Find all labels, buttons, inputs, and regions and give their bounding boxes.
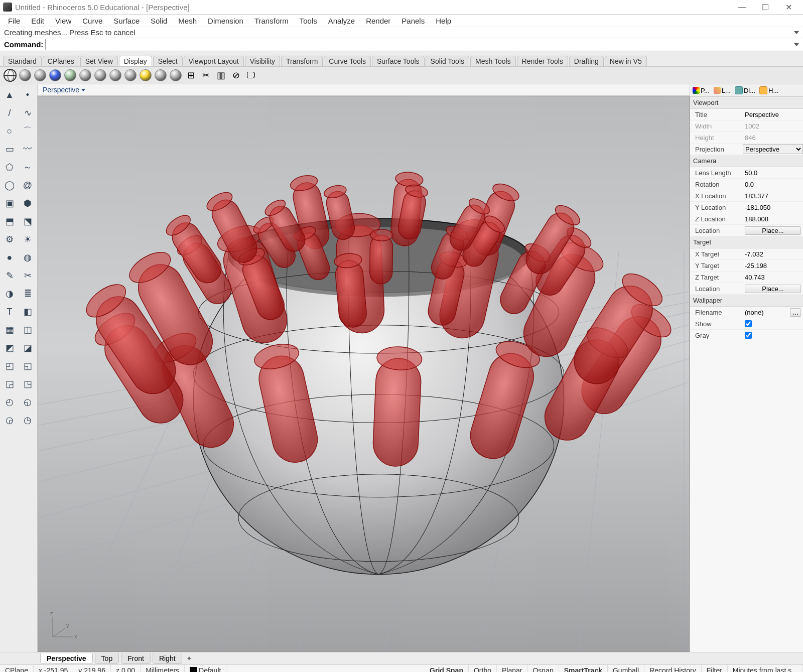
prop-yloc[interactable]: Y Location-181.050: [690, 202, 803, 213]
menu-solid[interactable]: Solid: [146, 16, 172, 26]
wire-sphere-button[interactable]: [18, 68, 32, 82]
ghost-sphere-button[interactable]: [63, 68, 77, 82]
tool-bool[interactable]: ◑: [1, 285, 18, 302]
menu-tools[interactable]: Tools: [295, 16, 322, 26]
place-camera-button[interactable]: Place...: [745, 226, 801, 235]
prop-xtarget[interactable]: X Target-7.032: [690, 248, 803, 260]
gray-wallpaper-checkbox[interactable]: [745, 332, 752, 339]
viewtab-perspective[interactable]: Perspective: [40, 653, 93, 664]
tool-poly-surface[interactable]: ◍: [19, 249, 36, 266]
tool-hatch[interactable]: ▦: [1, 321, 18, 338]
tab-transform[interactable]: Transform: [281, 56, 323, 66]
maximize-button[interactable]: ☐: [754, 0, 777, 14]
menu-panels[interactable]: Panels: [396, 16, 430, 26]
tool-spiral[interactable]: @: [19, 177, 36, 194]
tool-arc[interactable]: ⌒: [19, 122, 36, 140]
tech-sphere-button[interactable]: [93, 68, 107, 82]
projection-select[interactable]: Perspective: [743, 144, 803, 154]
status-record-history[interactable]: Record History: [644, 665, 702, 672]
tool-polyline[interactable]: ∿: [19, 104, 36, 121]
tool-pointer[interactable]: ▲: [1, 86, 18, 103]
tab-select[interactable]: Select: [153, 56, 183, 66]
status-z[interactable]: z 0.00: [111, 665, 141, 672]
status-layer[interactable]: Default: [185, 665, 226, 672]
viewport-title-bar[interactable]: Perspective: [38, 84, 690, 96]
menu-dimension[interactable]: Dimension: [203, 16, 248, 26]
tab-drafting[interactable]: Drafting: [569, 56, 604, 66]
grid-toggle-button[interactable]: ⊞: [184, 68, 198, 82]
tool-m3[interactable]: ◪: [19, 339, 36, 356]
pen-sphere-button[interactable]: [123, 68, 138, 82]
tab-surface-tools[interactable]: Surface Tools: [372, 56, 425, 66]
tab-display[interactable]: Display: [119, 56, 152, 66]
tool-ellipse[interactable]: ◯: [1, 177, 18, 194]
tab-visibility[interactable]: Visibility: [245, 56, 280, 66]
tab-mesh-tools[interactable]: Mesh Tools: [470, 56, 516, 66]
tool-m2[interactable]: ◩: [1, 339, 18, 356]
blue-sphere-button[interactable]: [48, 68, 62, 82]
prop-rotation[interactable]: Rotation0.0: [690, 179, 803, 190]
tool-m5[interactable]: ◱: [19, 357, 36, 374]
no-shade-button[interactable]: ⊘: [229, 68, 243, 82]
tool-curve[interactable]: 〰: [19, 141, 36, 158]
tool-m9[interactable]: ◵: [19, 393, 36, 411]
monitor-button[interactable]: 🖵: [244, 68, 258, 82]
prop-show[interactable]: Show: [690, 318, 803, 330]
show-wallpaper-checkbox[interactable]: [745, 320, 752, 327]
status-y[interactable]: y 219.96: [73, 665, 111, 672]
quad-sphere-button[interactable]: [154, 68, 168, 82]
tool-m4[interactable]: ◰: [1, 357, 18, 374]
tab-standard[interactable]: Standard: [3, 56, 42, 66]
panel-tab-layers[interactable]: L...: [712, 87, 732, 94]
prop-zloc[interactable]: Z Location188.008: [690, 213, 803, 225]
menu-edit[interactable]: Edit: [26, 16, 49, 26]
tab-cplanes[interactable]: CPlanes: [43, 56, 79, 66]
status-smarttrack[interactable]: SmartTrack: [559, 665, 608, 672]
prop-xloc[interactable]: X Location183.377: [690, 190, 803, 202]
status-units[interactable]: Millimeters: [141, 665, 185, 672]
prop-title[interactable]: TitlePerspective: [690, 109, 803, 120]
viewtab-right[interactable]: Right: [153, 653, 182, 664]
tool-m11[interactable]: ◷: [19, 412, 36, 429]
tool-cylinder[interactable]: ⬢: [19, 195, 36, 212]
add-viewport-tab[interactable]: ✦: [184, 654, 194, 662]
tool-gear[interactable]: ⚙: [1, 231, 18, 248]
tool-freeform[interactable]: ～: [19, 159, 36, 176]
status-ortho[interactable]: Ortho: [469, 665, 497, 672]
tool-line[interactable]: /: [1, 104, 18, 121]
panel-tab-properties[interactable]: P...: [691, 87, 711, 94]
panel-tab-display[interactable]: Di...: [733, 86, 757, 94]
prop-ytarget[interactable]: Y Target-25.198: [690, 260, 803, 272]
tool-point[interactable]: •: [19, 86, 36, 103]
status-cplane[interactable]: CPlane: [0, 665, 34, 672]
prop-lens[interactable]: Lens Length50.0: [690, 167, 803, 179]
tool-text[interactable]: T: [1, 303, 18, 320]
menu-curve[interactable]: Curve: [77, 16, 107, 26]
flat-shade-button[interactable]: ▥: [214, 68, 228, 82]
status-x[interactable]: x -251.95: [34, 665, 73, 672]
menu-analyze[interactable]: Analyze: [323, 16, 360, 26]
status-gumball[interactable]: Gumball: [608, 665, 644, 672]
browse-wallpaper-button[interactable]: …: [790, 308, 801, 317]
prop-ztarget[interactable]: Z Target40.743: [690, 272, 803, 283]
tool-polygon[interactable]: ⬠: [1, 159, 18, 176]
tool-sphere[interactable]: ●: [1, 249, 18, 266]
prop-projection[interactable]: Projection Perspective: [690, 144, 803, 155]
viewtab-top[interactable]: Top: [95, 653, 119, 664]
tool-rect[interactable]: ▭: [1, 141, 18, 158]
tab-set-view[interactable]: Set View: [80, 56, 118, 66]
command-input[interactable]: [45, 39, 794, 50]
tool-edit-pt[interactable]: ✎: [1, 267, 18, 284]
minimize-button[interactable]: —: [731, 0, 754, 14]
panel-tab-help[interactable]: H...: [758, 86, 780, 94]
tab-viewport-layout[interactable]: Viewport Layout: [184, 56, 244, 66]
message-expand-icon[interactable]: [794, 31, 799, 34]
tool-m10[interactable]: ◶: [1, 412, 18, 429]
tool-sun[interactable]: ☀: [19, 231, 36, 248]
viewport-3d[interactable]: x z y: [38, 96, 690, 652]
tool-trim[interactable]: ✂: [19, 267, 36, 284]
tool-extrude[interactable]: ⬒: [1, 213, 18, 230]
menu-transform[interactable]: Transform: [249, 16, 294, 26]
tab-curve-tools[interactable]: Curve Tools: [324, 56, 371, 66]
status-osnap[interactable]: Osnap: [527, 665, 559, 672]
